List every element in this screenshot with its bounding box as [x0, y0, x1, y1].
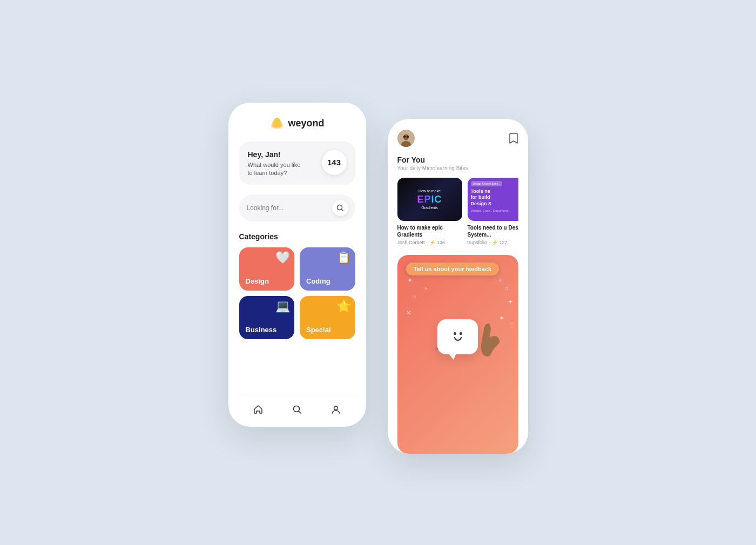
special-mascot: ⭐ — [336, 299, 351, 313]
categories-grid: 🤍 Design 📋 Coding 💻 Business ⭐ Special — [239, 247, 355, 339]
card-gradients-thumb: How to make EPIC Gradients — [397, 178, 462, 221]
category-business[interactable]: 💻 Business — [239, 296, 295, 339]
category-special[interactable]: ⭐ Special — [300, 296, 355, 339]
phone-home: weyond Hey, Jan! What would you liketo l… — [228, 103, 366, 427]
svg-point-7 — [334, 406, 338, 410]
bolt-icon-1: ⚡ — [429, 240, 435, 245]
nav-home[interactable] — [252, 403, 265, 416]
p2-header — [397, 130, 518, 147]
design-label: Design — [246, 277, 269, 285]
bookmark-icon[interactable] — [509, 132, 518, 144]
category-design[interactable]: 🤍 Design — [239, 247, 295, 291]
card-tools-meta: trupsfolio · ⚡ 127 — [468, 240, 518, 245]
bubble-eyes — [454, 332, 462, 335]
card-gradients-title: How to make epic Gradients — [397, 224, 462, 238]
nav-search[interactable] — [291, 403, 303, 416]
section-title: For You — [397, 156, 518, 164]
gradients-score: 136 — [437, 240, 445, 245]
svg-point-11 — [403, 136, 406, 138]
hero-text: Hey, Jan! What would you liketo learn to… — [248, 150, 301, 178]
epic-text: EPIC — [417, 194, 442, 205]
tools-score: 127 — [500, 240, 508, 245]
section-subtitle: Your daily Microlearning Bites — [397, 165, 518, 171]
search-button[interactable] — [332, 200, 348, 216]
card-gradients[interactable]: How to make EPIC Gradients How to make e… — [397, 178, 462, 245]
left-eye — [454, 332, 456, 335]
logo-icon — [269, 118, 285, 130]
feedback-banner[interactable]: Tell us about your feedback ✦ + ○ ✕ + ○ … — [397, 255, 518, 454]
svg-point-12 — [407, 136, 409, 138]
bottom-nav — [239, 395, 355, 427]
svg-line-4 — [341, 210, 343, 211]
nav-profile[interactable] — [329, 403, 342, 416]
card-tools-title: Tools need to u Design System... — [468, 224, 518, 238]
feedback-illustration — [406, 284, 510, 354]
tools-author: trupsfolio — [468, 240, 488, 245]
hand-illustration — [472, 317, 499, 354]
business-mascot: 💻 — [275, 299, 290, 313]
bubble-face — [454, 332, 462, 341]
feedback-label: Tell us about your feedback — [406, 263, 500, 275]
deco-9: ○ — [510, 320, 514, 327]
logo-text: weyond — [288, 118, 324, 129]
greeting: Hey, Jan! — [248, 150, 301, 159]
gradients-text: Gradients — [421, 206, 437, 210]
hero-card: Hey, Jan! What would you liketo learn to… — [239, 142, 355, 185]
deco-5: + — [498, 277, 502, 284]
score-circle: 143 — [322, 150, 347, 175]
content-cards-row: How to make EPIC Gradients How to make e… — [397, 178, 518, 245]
bolt-icon-2: ⚡ — [492, 240, 498, 245]
svg-point-2 — [273, 118, 281, 127]
search-bar[interactable] — [239, 194, 355, 221]
business-label: Business — [246, 326, 277, 334]
tools-title: Tools nefor buildDesign S — [471, 189, 492, 207]
svg-point-5 — [293, 406, 299, 412]
avatar — [397, 130, 415, 147]
svg-line-6 — [299, 411, 301, 413]
coding-mascot: 📋 — [336, 251, 351, 265]
deco-1: ✦ — [407, 277, 413, 284]
special-label: Special — [306, 326, 331, 334]
phone-foryou: For You Your daily Microlearning Bites H… — [388, 119, 528, 454]
categories-label: Categories — [239, 232, 355, 241]
hero-subtext: What would you liketo learn today? — [248, 161, 301, 178]
search-input[interactable] — [247, 204, 328, 212]
tools-badge: Design System Serie... — [471, 181, 503, 186]
coding-label: Coding — [306, 277, 330, 285]
phones-container: weyond Hey, Jan! What would you liketo l… — [228, 103, 528, 454]
card-tools-thumb: Design System Serie... Tools nefor build… — [468, 178, 518, 221]
logo-area: weyond — [239, 118, 355, 130]
tools-sub: Design, Code , Document... — [471, 209, 511, 212]
right-eye — [460, 332, 462, 335]
category-coding[interactable]: 📋 Coding — [300, 247, 355, 291]
gradients-author: Josh Corbett — [397, 240, 425, 245]
bubble-mouth — [454, 337, 462, 341]
card-tools[interactable]: Design System Serie... Tools nefor build… — [468, 178, 518, 245]
design-mascot: 🤍 — [275, 251, 290, 265]
card-gradients-meta: Josh Corbett · ⚡ 136 — [397, 240, 462, 245]
how-to-text: How to make — [418, 189, 441, 193]
